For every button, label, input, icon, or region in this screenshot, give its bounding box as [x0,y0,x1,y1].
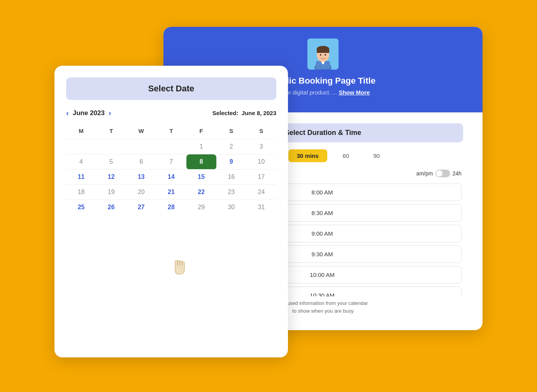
calendar-day: 6 [126,154,156,170]
svg-rect-7 [317,49,329,53]
calendar-day[interactable]: 25 [66,200,96,215]
avatar [307,38,339,70]
ampm-label: am/pm [416,170,433,177]
calendar-day: 4 [66,154,96,170]
calendar-day: 19 [96,185,126,200]
calendar-day[interactable]: 28 [156,200,186,215]
duration-60[interactable]: 60 [334,149,358,162]
weekday-header: T [156,124,186,139]
calendar-day[interactable]: 8 [186,154,216,170]
calendar-day: 7 [156,154,186,170]
svg-point-9 [325,54,326,56]
svg-point-8 [320,54,321,56]
calendar-day[interactable]: 27 [126,200,156,215]
weekday-header: M [66,124,96,139]
selected-date-value: June 8, 2023 [242,110,276,116]
weekday-header: T [96,124,126,139]
duration-90[interactable]: 90 [365,149,388,162]
calendar-week-row: 45678910 [66,154,276,170]
calendar-day [126,139,156,154]
calendar-week-row: 18192021222324 [66,185,276,200]
weekday-header: S [246,124,276,139]
calendar-day: 16 [216,170,246,185]
weekday-header: F [186,124,216,139]
calendar-day: 18 [66,185,96,200]
cursor-overlay [170,257,190,282]
duration-30[interactable]: 30 mins [288,149,327,162]
calendar-day[interactable]: 21 [156,185,186,200]
weekday-row: MTWTFSS [66,124,276,139]
calendar-day [156,139,186,154]
calendar-day[interactable]: 12 [96,170,126,185]
booking-subtitle: r your digital product. ... Show More [276,89,370,96]
calendar-day: 1 [186,139,216,154]
calendar-body: 1234567891011121314151617181920212223242… [66,139,276,215]
calendar-nav: ‹ June 2023 › Selected: June 8, 2023 [66,108,276,117]
calendar-day[interactable]: 14 [156,170,186,185]
calendar-day: 30 [216,200,246,215]
selected-date-label: Selected: June 8, 2023 [212,110,276,116]
calendar-day [96,139,126,154]
calendar-card: Select Date ‹ June 2023 › Selected: June… [54,66,288,357]
calendar-day: 29 [186,200,216,215]
calendar-day[interactable]: 11 [66,170,96,185]
calendar-day[interactable]: 26 [96,200,126,215]
calendar-day[interactable]: 9 [216,154,246,170]
show-more-link[interactable]: Show More [339,89,370,96]
calendar-day: 3 [246,139,276,154]
time-format-toggle[interactable] [435,170,450,177]
calendar-weekdays: MTWTFSS [66,124,276,139]
calendar-week-row: 11121314151617 [66,170,276,185]
prev-month-button[interactable]: ‹ [66,108,69,117]
weekday-header: W [126,124,156,139]
calendar-day[interactable]: 15 [186,170,216,185]
label-24h: 24h [453,170,462,177]
calendar-day: 10 [246,154,276,170]
main-container: Public Booking Page Title r your digital… [54,27,483,365]
nav-month: ‹ June 2023 › [66,108,111,117]
calendar-day [66,139,96,154]
calendar-day: 2 [216,139,246,154]
calendar-day: 17 [246,170,276,185]
calendar-day: 24 [246,185,276,200]
select-date-label: Select Date [66,77,276,100]
weekday-header: S [216,124,246,139]
calendar-day: 20 [126,185,156,200]
calendar-day: 5 [96,154,126,170]
calendar-day[interactable]: 13 [126,170,156,185]
month-label: June 2023 [73,109,105,117]
calendar-day: 31 [246,200,276,215]
calendar-day[interactable]: 22 [186,185,216,200]
next-month-button[interactable]: › [109,108,111,117]
calendar-day: 23 [216,185,246,200]
calendar-week-row: 123 [66,139,276,154]
calendar-week-row: 25262728293031 [66,200,276,215]
calendar-grid: MTWTFSS 12345678910111213141516171819202… [66,124,276,215]
time-format-toggle-wrapper: am/pm 24h [416,170,462,177]
